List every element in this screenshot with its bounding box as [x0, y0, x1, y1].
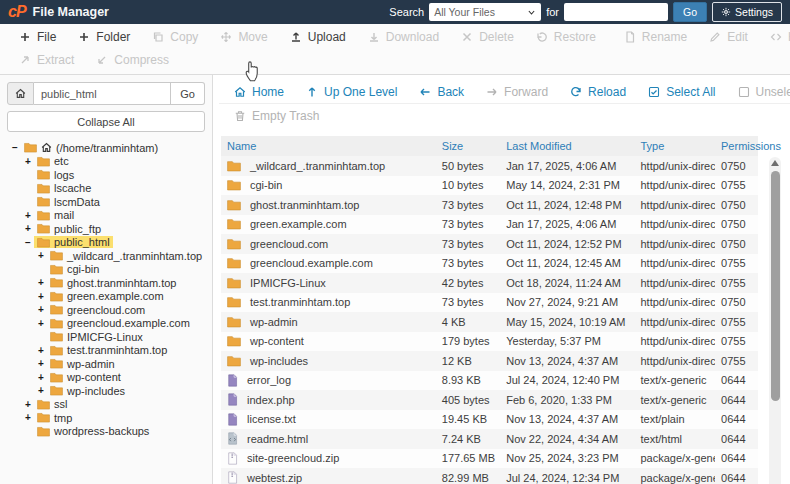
tree-item-ghost-tranminhtam-top[interactable]: +ghost.tranminhtam.top: [7, 276, 205, 290]
table-row[interactable]: _wildcard_.tranminhtam.top50 bytesJan 17…: [221, 156, 758, 176]
toolbar-folder-button[interactable]: Folder: [67, 30, 141, 44]
tree-item-wp-includes[interactable]: +wp-includes: [7, 384, 205, 398]
file-name: greencloud.com: [250, 238, 328, 250]
column-header-last-modified[interactable]: Last Modified: [500, 136, 634, 156]
tree-item-inner: wp-admin: [47, 358, 118, 370]
scrollbar-thumb[interactable]: [771, 171, 780, 401]
scrollbar-up-arrow-icon[interactable]: [771, 160, 779, 166]
nav-back-button[interactable]: Back: [408, 85, 475, 99]
table-scrollbar[interactable]: [769, 157, 781, 484]
tree-item-tmp[interactable]: +tmp: [7, 411, 205, 425]
table-row[interactable]: ghost.tranminhtam.top73 bytesOct 11, 202…: [221, 195, 758, 215]
search-go-button[interactable]: Go: [673, 2, 707, 22]
tree-item-cgi-bin[interactable]: cgi-bin: [7, 263, 205, 277]
table-row[interactable]: greencloud.com73 bytesOct 11, 2024, 12:5…: [221, 234, 758, 254]
expand-icon[interactable]: +: [37, 291, 45, 302]
expand-icon[interactable]: +: [37, 385, 45, 396]
table-row[interactable]: site-greencloud.zip177.65 MBNov 25, 2024…: [221, 449, 758, 469]
file-modified: May 14, 2024, 2:31 PM: [500, 176, 634, 196]
nav-reload-button[interactable]: Reload: [559, 85, 637, 99]
collapse-all-button[interactable]: Collapse All: [7, 111, 205, 132]
tree-item-test-tranminhtam-top[interactable]: +test.tranminhtam.top: [7, 344, 205, 358]
column-header-name[interactable]: Name: [221, 136, 436, 156]
tree-item-label: wp-admin: [67, 358, 115, 370]
search-input[interactable]: [564, 3, 668, 21]
tree-item-wildcard-tranminhtam-top[interactable]: +_wildcard_.tranminhtam.top: [7, 249, 205, 263]
column-header-type[interactable]: Type: [634, 136, 715, 156]
expand-icon[interactable]: +: [24, 223, 32, 234]
table-row[interactable]: license.txt19.45 KBNov 13, 2024, 4:37 AM…: [221, 410, 758, 430]
file-html-icon: [227, 432, 238, 445]
collapse-icon[interactable]: −: [11, 142, 19, 153]
file-name: readme.html: [247, 433, 308, 445]
file-modified: Nov 13, 2024, 4:37 AM: [500, 410, 634, 430]
file-perms: 0750: [715, 156, 758, 176]
file-name-cell: readme.html: [227, 432, 430, 445]
file-type: text/html: [634, 429, 715, 449]
tree-item-wordpress-backups[interactable]: wordpress-backups: [7, 425, 205, 439]
file-modified: Jul 24, 2024, 12:40 PM: [500, 371, 634, 391]
expand-icon[interactable]: +: [37, 250, 45, 261]
path-go-button[interactable]: Go: [171, 82, 205, 105]
tree-item-lscmdata[interactable]: lscmData: [7, 195, 205, 209]
expand-icon[interactable]: +: [24, 156, 32, 167]
table-row[interactable]: index.php405 bytesFeb 6, 2020, 1:33 PMte…: [221, 390, 758, 410]
table-row[interactable]: cgi-bin10 bytesMay 14, 2024, 2:31 PMhttp…: [221, 176, 758, 196]
path-input[interactable]: [34, 82, 171, 105]
tree-item-ssl[interactable]: +ssl: [7, 398, 205, 412]
home-icon: [15, 88, 26, 99]
expand-icon[interactable]: +: [37, 277, 45, 288]
expand-icon[interactable]: +: [24, 399, 32, 410]
file-type: httpd/unix-directory: [634, 156, 715, 176]
toolbar-upload-button[interactable]: Upload: [279, 30, 357, 44]
collapse-icon[interactable]: −: [24, 237, 32, 248]
column-header-permissions[interactable]: Permissions: [715, 136, 758, 156]
nav-select-all-button[interactable]: Select All: [637, 85, 726, 99]
tree-item-greencloud-example-com[interactable]: +greencloud.example.com: [7, 317, 205, 331]
tree-item-home-tranminhtam[interactable]: −(/home/tranminhtam): [7, 141, 205, 155]
table-row[interactable]: readme.html7.24 KBNov 22, 2024, 4:34 AMt…: [221, 429, 758, 449]
file-name-cell: site-greencloud.zip: [227, 452, 430, 465]
tree-item-etc[interactable]: +etc: [7, 155, 205, 169]
tree-item-wp-admin[interactable]: +wp-admin: [7, 357, 205, 371]
search-scope-select[interactable]: All Your Files: [429, 3, 541, 21]
tree-item-mail[interactable]: +mail: [7, 209, 205, 223]
table-row[interactable]: green.example.com73 bytesJan 17, 2025, 4…: [221, 215, 758, 235]
table-row[interactable]: wp-admin4 KBMay 15, 2024, 10:19 AMhttpd/…: [221, 312, 758, 332]
upload-icon: [290, 31, 302, 43]
column-header-size[interactable]: Size: [436, 136, 500, 156]
sidebar-home-button[interactable]: [7, 82, 34, 105]
tree-item-public-html[interactable]: −public_html: [7, 236, 205, 250]
toolbar-button-label: Restore: [554, 30, 596, 44]
tree-item-greencloud-com[interactable]: +greencloud.com: [7, 303, 205, 317]
expand-icon[interactable]: +: [24, 412, 32, 423]
file-zip-icon: [227, 471, 238, 484]
table-row[interactable]: greencloud.example.com73 bytesOct 11, 20…: [221, 254, 758, 274]
tree-item-public-ftp[interactable]: +public_ftp: [7, 222, 205, 236]
toolbar-file-button[interactable]: File: [8, 30, 67, 44]
file-size: 179 bytes: [436, 332, 500, 352]
table-row[interactable]: error_log8.93 KBJul 24, 2024, 12:40 PMte…: [221, 371, 758, 391]
nav-up-one-level-button[interactable]: Up One Level: [295, 85, 408, 99]
tree-item-ipmicfg-linux[interactable]: IPMICFG-Linux: [7, 330, 205, 344]
table-row[interactable]: webtest.zip82.99 MBJul 24, 2024, 12:34 P…: [221, 468, 758, 484]
nav-home-button[interactable]: Home: [223, 85, 295, 99]
tree-item-logs[interactable]: logs: [7, 168, 205, 182]
folder-icon: [227, 257, 241, 269]
table-row[interactable]: IPMICFG-Linux42 bytesOct 18, 2024, 11:24…: [221, 273, 758, 293]
settings-button[interactable]: Settings: [712, 2, 782, 22]
expand-icon[interactable]: +: [24, 210, 32, 221]
expand-icon[interactable]: +: [37, 358, 45, 369]
table-row[interactable]: test.tranminhtam.top73 bytesNov 27, 2024…: [221, 293, 758, 313]
tree-item-lscache[interactable]: lscache: [7, 182, 205, 196]
tree-item-wp-content[interactable]: +wp-content: [7, 371, 205, 385]
folder-icon: [227, 238, 241, 250]
expand-icon[interactable]: +: [37, 318, 45, 329]
folder-icon: [37, 426, 50, 437]
table-row[interactable]: wp-content179 bytesYesterday, 5:37 PMhtt…: [221, 332, 758, 352]
tree-item-green-example-com[interactable]: +green.example.com: [7, 290, 205, 304]
expand-icon[interactable]: +: [37, 345, 45, 356]
expand-icon[interactable]: +: [37, 304, 45, 315]
expand-icon[interactable]: +: [37, 372, 45, 383]
table-row[interactable]: wp-includes12 KBNov 13, 2024, 4:37 AMhtt…: [221, 351, 758, 371]
